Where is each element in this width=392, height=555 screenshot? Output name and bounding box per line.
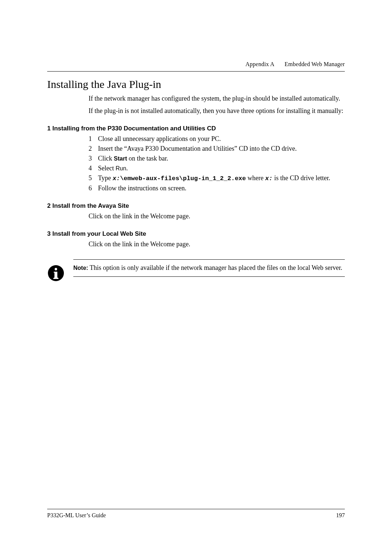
subhead-3: 3 Install from your Local Web Site: [47, 230, 345, 238]
section-title: Installing the Java Plug-in: [47, 78, 345, 90]
step-text: Insert the “Avaya P330 Documentation and…: [98, 145, 297, 152]
step-text: Close all unnecessary applications on yo…: [98, 135, 221, 142]
intro-block: If the network manager has configured th…: [89, 94, 345, 116]
step-number: 3: [89, 154, 98, 163]
page-footer: P332G-ML User’s Guide 197: [47, 509, 345, 519]
note-block: Note: This option is only available if t…: [47, 259, 345, 282]
header-appendix: Appendix A: [245, 61, 274, 67]
page: Appendix AEmbedded Web Manager Installin…: [0, 0, 392, 282]
note-text: Note: This option is only available if t…: [73, 260, 345, 276]
info-icon: [47, 264, 65, 282]
note-label: Note:: [73, 265, 88, 271]
list-item: 2Insert the “Avaya P330 Documentation an…: [89, 144, 345, 153]
note-body: This option is only available if the net…: [88, 264, 342, 271]
step-text: Follow the instructions on screen.: [98, 185, 186, 192]
step-text-post: .: [126, 165, 128, 172]
subhead-2: 2 Install from the Avaya Site: [47, 202, 345, 210]
step-text-mid: where: [246, 174, 265, 182]
note-content: Note: This option is only available if t…: [73, 259, 345, 277]
drive-letter-placeholder: x:: [265, 175, 272, 182]
list-item: 6Follow the instructions on screen.: [89, 184, 345, 193]
step-number: 6: [89, 184, 98, 193]
running-header: Appendix AEmbedded Web Manager: [47, 61, 345, 68]
step-number: 5: [89, 174, 98, 183]
list-item: 5Type x:\emweb-aux-files\plug-in_1_2_2.e…: [89, 174, 345, 183]
sub2-body: Click on the link in the Welcome page.: [89, 212, 345, 220]
footer-rule: [47, 509, 345, 509]
sub2-body-block: Click on the link in the Welcome page.: [89, 212, 345, 220]
subhead-1: 1 Installing from the P330 Documentation…: [47, 125, 345, 132]
steps-list-1: 1Close all unnecessary applications on y…: [89, 134, 345, 193]
drive-letter-placeholder: x:: [113, 175, 120, 182]
step-number: 2: [89, 144, 98, 153]
step-number: 1: [89, 134, 98, 143]
page-number: 197: [336, 512, 345, 519]
intro-paragraph-1: If the network manager has configured th…: [89, 94, 345, 103]
note-rule-bottom: [73, 276, 345, 277]
sub3-body-block: Click on the link in the Welcome page.: [89, 240, 345, 248]
list-item: 1Close all unnecessary applications on y…: [89, 134, 345, 143]
list-item: 3Click Start on the task bar.: [89, 154, 345, 163]
step-number: 4: [89, 164, 98, 173]
ui-label-start: Start: [114, 155, 127, 162]
sub3-body: Click on the link in the Welcome page.: [89, 240, 345, 248]
list-item: 4Select Run.: [89, 164, 345, 173]
step-text-pre: Click: [98, 155, 114, 162]
header-rule: [47, 71, 345, 72]
step-text-pre: Type: [98, 174, 113, 182]
step-text-pre: Select: [98, 165, 115, 172]
intro-paragraph-2: If the plug-in is not installed automati…: [89, 106, 345, 115]
command-path: \emweb-aux-files\plug-in_1_2_2.exe: [120, 175, 246, 182]
step-text-post: is the CD drive letter.: [273, 174, 330, 182]
footer-doc-title: P332G-ML User’s Guide: [47, 512, 106, 519]
step-text-post: on the task bar.: [127, 155, 168, 162]
svg-point-1: [55, 268, 57, 271]
ui-label-run: Run: [115, 165, 126, 171]
header-title: Embedded Web Manager: [285, 61, 345, 67]
